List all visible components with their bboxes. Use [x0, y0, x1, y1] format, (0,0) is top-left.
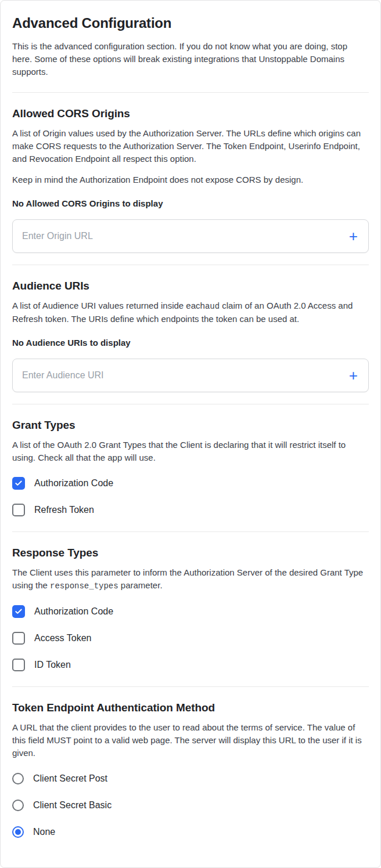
add-audience-button[interactable]: + [349, 368, 358, 383]
page-title: Advanced Configuration [12, 15, 369, 32]
advanced-configuration-panel: Advanced Configuration This is the advan… [0, 0, 381, 868]
grant-types-description: A list of the OAuth 2.0 Grant Types that… [12, 439, 369, 464]
checkbox-label: Authorization Code [34, 605, 113, 618]
checkbox-unchecked-icon[interactable] [12, 632, 25, 645]
cors-description: A list of Origin values used by the Auth… [12, 127, 369, 165]
response-type-id-token-option[interactable]: ID Token [12, 659, 369, 671]
origin-url-input-group: + [12, 219, 369, 253]
audience-uri-input-group: + [12, 359, 369, 392]
audience-uri-input[interactable] [22, 370, 349, 381]
cors-empty-state-label: No Allowed CORS Origins to display [12, 198, 369, 209]
page-description: This is the advanced configuration secti… [12, 40, 369, 78]
checkbox-label: Authorization Code [34, 477, 113, 490]
aud-claim-code: aud [205, 302, 220, 311]
radio-unselected-icon[interactable] [12, 773, 24, 784]
add-origin-button[interactable]: + [349, 229, 358, 244]
radio-unselected-icon[interactable] [12, 800, 24, 811]
checkbox-label: ID Token [34, 659, 71, 671]
section-divider [12, 265, 369, 265]
section-divider [12, 686, 369, 687]
radio-label: Client Secret Basic [33, 799, 112, 812]
radio-selected-icon[interactable] [12, 826, 24, 838]
section-divider [12, 531, 369, 532]
audience-description: A list of Audience URI values returned i… [12, 299, 369, 326]
token-endpoint-auth-section-heading: Token Endpoint Authentication Method [12, 701, 369, 714]
audience-description-prefix: A list of Audience URI values returned i… [12, 301, 205, 310]
section-divider [12, 404, 369, 404]
auth-method-none-option[interactable]: None [12, 826, 369, 838]
audience-section-heading: Audience URIs [12, 279, 369, 292]
checkbox-checked-icon[interactable] [12, 477, 25, 490]
response-types-section-heading: Response Types [12, 546, 369, 559]
checkbox-checked-icon[interactable] [12, 605, 25, 618]
radio-dot [15, 829, 21, 835]
response-types-code: response_types [50, 581, 118, 591]
response-type-access-token-option[interactable]: Access Token [12, 632, 369, 645]
radio-label: None [33, 826, 55, 838]
grant-type-authorization-code-option[interactable]: Authorization Code [12, 477, 369, 490]
radio-label: Client Secret Post [33, 772, 107, 785]
cors-section-heading: Allowed CORS Origins [12, 107, 369, 120]
response-type-authorization-code-option[interactable]: Authorization Code [12, 605, 369, 618]
origin-url-input[interactable] [22, 231, 349, 241]
response-types-description: The Client uses this parameter to inform… [12, 566, 369, 592]
response-types-description-suffix: parameter. [118, 580, 163, 590]
grant-types-section-heading: Grant Types [12, 418, 369, 432]
checkbox-label: Refresh Token [34, 504, 94, 516]
grant-type-refresh-token-option[interactable]: Refresh Token [12, 504, 369, 516]
cors-note: Keep in mind the Authorization Endpoint … [12, 173, 369, 186]
auth-method-client-secret-basic-option[interactable]: Client Secret Basic [12, 799, 369, 812]
checkbox-label: Access Token [34, 632, 91, 645]
token-endpoint-auth-description: A URL that the client provides to the us… [12, 721, 369, 760]
auth-method-client-secret-post-option[interactable]: Client Secret Post [12, 772, 369, 785]
audience-empty-state-label: No Audience URIs to display [12, 337, 369, 348]
checkbox-unchecked-icon[interactable] [12, 659, 25, 671]
checkbox-unchecked-icon[interactable] [12, 504, 25, 516]
section-divider [12, 92, 369, 93]
